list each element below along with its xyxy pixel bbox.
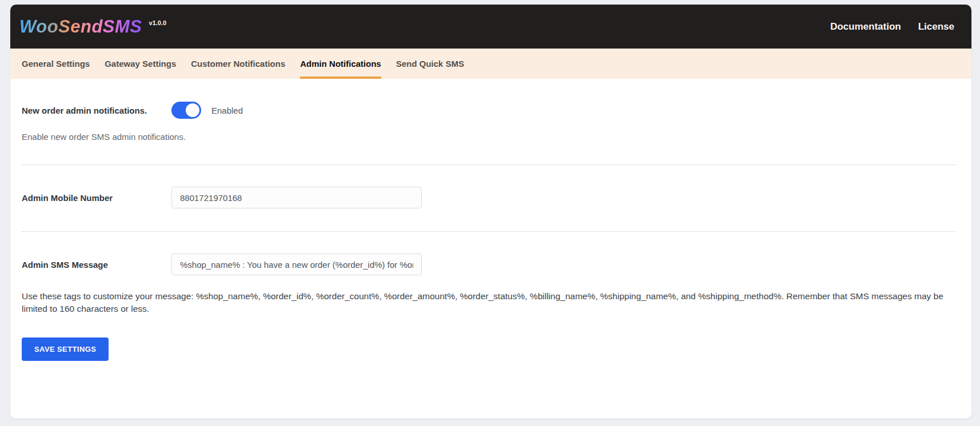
tab-content-admin-notifications: New order admin notifications. Enabled E… bbox=[10, 79, 971, 419]
message-tags-help-text: Use these tags to customize your message… bbox=[22, 290, 955, 315]
admin-message-input[interactable] bbox=[171, 254, 422, 275]
settings-tabbar: General Settings Gateway Settings Custom… bbox=[10, 49, 971, 79]
new-order-notifications-toggle[interactable] bbox=[171, 102, 201, 119]
tab-admin-notifications[interactable]: Admin Notifications bbox=[300, 49, 381, 79]
tab-gateway-settings[interactable]: Gateway Settings bbox=[105, 49, 176, 79]
app-logo: WooSendSMS bbox=[19, 18, 145, 35]
admin-mobile-label: Admin Mobile Number bbox=[22, 193, 171, 203]
toggle-state-label: Enabled bbox=[211, 106, 243, 115]
tab-general-settings[interactable]: General Settings bbox=[22, 49, 90, 79]
new-order-toggle-label: New order admin notifications. bbox=[22, 106, 171, 115]
tab-customer-notifications[interactable]: Customer Notifications bbox=[191, 49, 285, 79]
version-badge: v1.0.0 bbox=[149, 19, 167, 26]
divider bbox=[22, 231, 955, 232]
admin-mobile-input[interactable] bbox=[171, 187, 422, 208]
tab-send-quick-sms[interactable]: Send Quick SMS bbox=[396, 49, 464, 79]
admin-message-label: Admin SMS Message bbox=[22, 260, 171, 270]
admin-mobile-row: Admin Mobile Number bbox=[22, 187, 955, 208]
divider bbox=[22, 164, 955, 165]
save-settings-button[interactable]: SAVE SETTINGS bbox=[22, 337, 109, 361]
documentation-link[interactable]: Documentation bbox=[830, 21, 901, 33]
plugin-settings-card: WooSendSMS v1.0.0 Documentation License … bbox=[10, 5, 971, 419]
header-nav: Documentation License bbox=[830, 21, 954, 33]
toggle-description: Enable new order SMS admin notifications… bbox=[22, 132, 955, 142]
toggle-knob bbox=[186, 103, 199, 117]
license-link[interactable]: License bbox=[918, 21, 954, 33]
new-order-toggle-row: New order admin notifications. Enabled bbox=[22, 102, 955, 119]
logo-wrap: WooSendSMS v1.0.0 bbox=[19, 18, 166, 35]
admin-message-row: Admin SMS Message bbox=[22, 254, 955, 275]
app-header: WooSendSMS v1.0.0 Documentation License bbox=[10, 5, 971, 49]
